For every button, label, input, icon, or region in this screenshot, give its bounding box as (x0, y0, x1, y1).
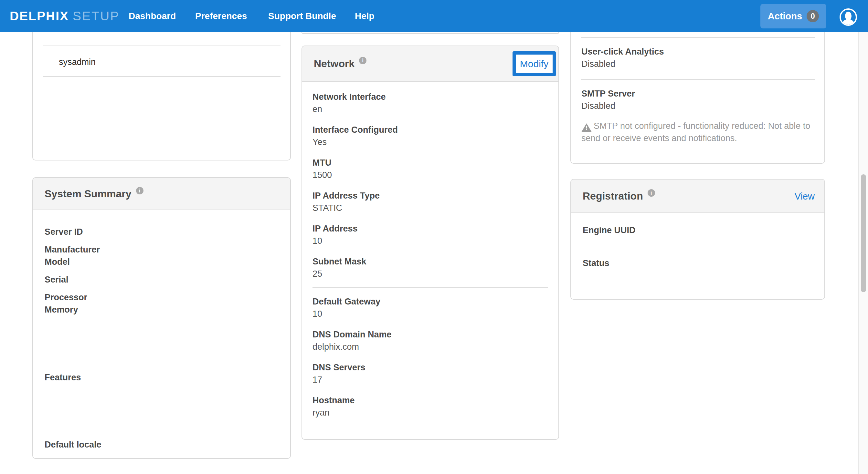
summary-row-manufacturer-model: Manufacturer Model (44, 243, 279, 268)
actions-count-badge: 0 (807, 10, 819, 22)
registration-body: Engine UUID Status (571, 213, 825, 269)
user-avatar-icon[interactable] (840, 8, 857, 26)
memory-label: Memory (44, 304, 279, 316)
services-divider-middle (581, 79, 815, 80)
field-smtp-server: SMTP Server Disabled (581, 88, 814, 112)
page-scrollbar-thumb[interactable] (861, 174, 866, 292)
avatar-shoulders-shape (842, 19, 855, 26)
summary-row-features: Features (44, 371, 279, 383)
summary-row-serial: Serial (44, 273, 279, 286)
field-dns-domain-name: DNS Domain Name delphix.com (312, 328, 548, 353)
engine-uuid-label: Engine UUID (583, 224, 813, 236)
user-click-analytics-value: Disabled (581, 58, 814, 70)
network-interface-label: Network Interface (312, 91, 548, 103)
registration-header: Registration i View (571, 179, 825, 213)
field-network-interface: Network Interface en (312, 91, 548, 115)
server-id-label: Server ID (44, 226, 279, 238)
services-divider-top (581, 37, 815, 38)
nav-item-preferences[interactable]: Preferences (195, 0, 247, 32)
processor-label: Processor (44, 291, 279, 304)
brand-logo: DELPHIX SETUP (10, 0, 120, 32)
subnet-mask-value: 25 (312, 268, 548, 280)
actions-button[interactable]: Actions 0 (761, 4, 826, 28)
nav-item-support-bundle[interactable]: Support Bundle (268, 0, 336, 32)
field-subnet-mask: Subnet Mask 25 (312, 256, 548, 280)
user-click-analytics-label: User-click Analytics (581, 45, 814, 58)
status-label: Status (583, 257, 813, 269)
ip-address-label: IP Address (312, 223, 548, 235)
smtp-warning-text: SMTP not configured - functionality redu… (581, 121, 810, 143)
info-icon[interactable]: i (648, 189, 655, 197)
network-header: Network i Modify (302, 46, 558, 82)
dns-domain-name-value: delphix.com (312, 341, 548, 353)
session-username: sysadmin (59, 56, 290, 68)
info-icon[interactable]: i (136, 187, 144, 194)
card-fragment-above-network (302, 32, 559, 34)
nav-item-help[interactable]: Help (355, 0, 375, 32)
top-navbar: DELPHIX SETUP Dashboard Preferences Supp… (0, 0, 868, 32)
ip-address-type-value: STATIC (312, 202, 548, 214)
serial-label: Serial (44, 273, 279, 286)
field-ip-address: IP Address 10 (312, 223, 548, 247)
smtp-warning-message: !SMTP not configured - functionality red… (581, 120, 814, 144)
system-summary-header: System Summary i (33, 178, 290, 210)
nav-item-dashboard[interactable]: Dashboard (129, 0, 176, 32)
delphix-setup-dashboard: DELPHIX SETUP Dashboard Preferences Supp… (0, 0, 868, 474)
field-dns-servers: DNS Servers 17 (312, 361, 548, 386)
features-label: Features (44, 371, 279, 383)
ip-address-type-label: IP Address Type (312, 190, 548, 202)
field-hostname: Hostname ryan (312, 394, 548, 419)
hostname-label: Hostname (312, 394, 548, 407)
summary-row-default-locale: Default locale (44, 438, 279, 451)
network-title: Network (314, 58, 354, 70)
default-locale-label: Default locale (44, 438, 279, 451)
subnet-mask-label: Subnet Mask (312, 256, 548, 268)
info-icon[interactable]: i (359, 57, 367, 64)
page-scrollbar-track[interactable] (858, 32, 868, 474)
system-summary-card: System Summary i Server ID Manufacturer … (32, 177, 291, 459)
default-gateway-label: Default Gateway (312, 296, 548, 308)
field-user-click-analytics: User-click Analytics Disabled (581, 45, 814, 70)
brand-setup: SETUP (73, 9, 120, 23)
interface-configured-label: Interface Configured (312, 124, 548, 136)
field-default-gateway: Default Gateway 10 (312, 296, 548, 320)
dns-servers-value: 17 (312, 374, 548, 386)
field-ip-address-type: IP Address Type STATIC (312, 190, 548, 214)
system-summary-body: Server ID Manufacturer Model Serial Proc… (33, 210, 290, 451)
summary-row-server-id: Server ID (44, 226, 279, 238)
session-row-divider-top (43, 45, 280, 46)
mtu-value: 1500 (312, 169, 548, 181)
field-mtu: MTU 1500 (312, 157, 548, 181)
summary-row-processor-memory: Processor Memory (44, 291, 279, 316)
network-section-divider (312, 287, 548, 288)
registration-title: Registration (583, 190, 643, 202)
interface-configured-value: Yes (312, 136, 548, 148)
smtp-server-value: Disabled (581, 100, 814, 112)
dns-domain-name-label: DNS Domain Name (312, 328, 548, 341)
registration-card: Registration i View Engine UUID Status (570, 179, 825, 300)
hostname-value: ryan (312, 407, 548, 419)
dns-servers-label: DNS Servers (312, 361, 548, 374)
smtp-server-label: SMTP Server (581, 88, 814, 100)
network-interface-value: en (312, 103, 548, 115)
sessions-card: sysadmin (32, 32, 291, 161)
network-body: Network Interface en Interface Configure… (302, 82, 558, 419)
ip-address-value: 10 (312, 235, 548, 247)
system-summary-title: System Summary (44, 188, 131, 200)
brand-delphix: DELPHIX (10, 9, 69, 23)
registration-view-link[interactable]: View (795, 179, 815, 213)
session-row-divider-bottom (43, 76, 280, 77)
model-label: Model (44, 256, 279, 268)
manufacturer-label: Manufacturer (44, 243, 279, 256)
services-card: User-click Analytics Disabled SMTP Serve… (570, 32, 825, 164)
warning-icon: ! (581, 123, 592, 132)
network-card: Network i Modify Network Interface en In… (302, 45, 559, 440)
field-interface-configured: Interface Configured Yes (312, 124, 548, 148)
actions-button-label: Actions (768, 11, 802, 22)
mtu-label: MTU (312, 157, 548, 169)
default-gateway-value: 10 (312, 308, 548, 320)
network-modify-button[interactable]: Modify (513, 52, 556, 76)
